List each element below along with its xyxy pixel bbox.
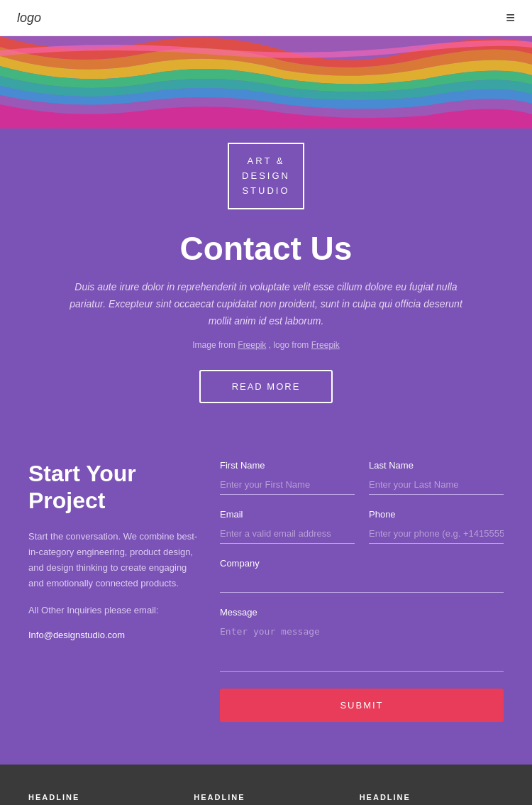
- hero-subtitle: Duis aute irure dolor in reprehenderit i…: [67, 279, 465, 329]
- footer: HEADLINE Sample text. Click to select th…: [0, 765, 532, 805]
- hero-logo-line2: DESIGN: [242, 169, 290, 184]
- message-textarea[interactable]: [220, 622, 504, 672]
- contact-description: Start the conversation. We combine best-…: [28, 529, 199, 591]
- footer-col-1: HEADLINE Sample text. Click to select th…: [28, 793, 172, 805]
- last-name-group: Last Name: [369, 460, 504, 495]
- company-input[interactable]: [220, 573, 504, 593]
- inquiry-label: All Other Inquiries please email:: [28, 603, 199, 618]
- first-name-label: First Name: [220, 460, 355, 471]
- contact-left: Start Your Project Start the conversatio…: [28, 460, 199, 722]
- credit-prefix: Image from: [192, 340, 235, 350]
- last-name-input[interactable]: [369, 475, 504, 495]
- hero-logo-box: ART & DESIGN STUDIO: [228, 143, 304, 209]
- nav-logo: logo: [17, 11, 41, 26]
- first-name-input[interactable]: [220, 475, 355, 495]
- last-name-label: Last Name: [369, 460, 504, 471]
- hero-title: Contact Us: [180, 229, 353, 268]
- footer-col3-headline: HEADLINE: [360, 793, 504, 801]
- company-row: Company: [220, 558, 504, 593]
- read-more-button[interactable]: READ MORE: [199, 370, 333, 403]
- credit-sep: , logo from: [269, 340, 309, 350]
- email-input[interactable]: [220, 524, 355, 544]
- email-phone-row: Email Phone: [220, 509, 504, 544]
- email-group: Email: [220, 509, 355, 544]
- company-label: Company: [220, 558, 504, 569]
- phone-input[interactable]: [369, 524, 504, 544]
- email-label: Email: [220, 509, 355, 520]
- phone-group: Phone: [369, 509, 504, 544]
- freepik-link-1[interactable]: Freepik: [238, 340, 266, 350]
- first-name-group: First Name: [220, 460, 355, 495]
- contact-form: First Name Last Name Email Phone Company: [220, 460, 504, 722]
- phone-label: Phone: [369, 509, 504, 520]
- hero-logo-line1: ART &: [242, 154, 290, 169]
- contact-section: Start Your Project Start the conversatio…: [0, 432, 532, 765]
- name-row: First Name Last Name: [220, 460, 504, 495]
- footer-col1-headline: HEADLINE: [28, 793, 172, 801]
- nav-menu-icon[interactable]: ≡: [506, 9, 515, 27]
- hero-logo-line3: STUDIO: [242, 184, 290, 199]
- hero-credit: Image from Freepik , logo from Freepik: [192, 340, 339, 350]
- navbar: logo ≡: [0, 0, 532, 36]
- message-group: Message: [220, 607, 504, 674]
- contact-email[interactable]: Info@designstudio.com: [28, 630, 199, 640]
- contact-heading: Start Your Project: [28, 460, 199, 515]
- footer-col-2: HEADLINE Sample footer text: [194, 793, 338, 805]
- footer-col-3: HEADLINE Sample footer text: [360, 793, 504, 805]
- freepik-link-2[interactable]: Freepik: [311, 340, 340, 350]
- company-group: Company: [220, 558, 504, 593]
- submit-button[interactable]: SUBMIT: [220, 689, 504, 722]
- hero-section: ART & DESIGN STUDIO Contact Us Duis aute…: [0, 36, 532, 432]
- hero-image: [0, 36, 532, 128]
- footer-col2-headline: HEADLINE: [194, 793, 338, 801]
- message-label: Message: [220, 607, 504, 618]
